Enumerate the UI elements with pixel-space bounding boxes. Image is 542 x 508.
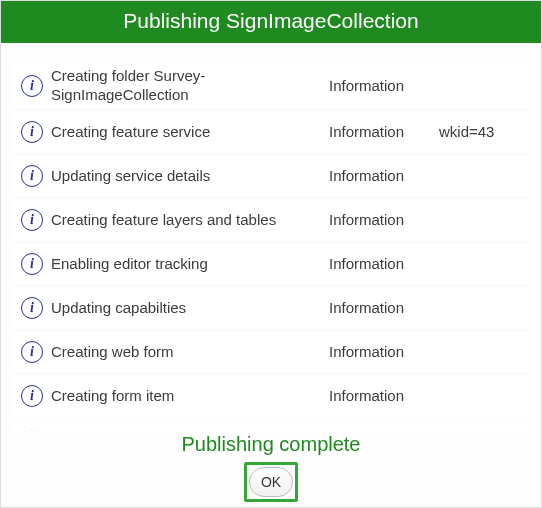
log-message: Creating web form [51,343,329,360]
log-message: Updating service details [51,167,329,184]
log-level: Information [329,123,439,140]
log-level: Information [329,299,439,316]
log-message: Creating form item [51,387,329,404]
log-extra: wkid=43 [439,123,529,140]
info-icon: i [21,75,43,97]
log-row: i Creating folder Survey-SignImageCollec… [13,63,529,111]
info-icon: i [21,253,43,275]
log-row: i Creating feature layers and tables Inf… [13,199,529,243]
log-icon-cell: i [13,385,51,407]
log-row: i Updating service details Information [13,155,529,199]
log-row: i Enabling editor tracking Information [13,243,529,287]
log-message: Creating folder Survey-SignImageCollecti… [51,67,329,105]
dialog-header: Publishing SignImageCollection [1,1,541,43]
log-level: Information [329,211,439,228]
log-level: Information [329,255,439,272]
log-icon-cell: i [13,209,51,231]
log-icon-cell: i [13,75,51,97]
log-level: Information [329,387,439,404]
log-icon-cell: i [13,253,51,275]
ok-button[interactable]: OK [249,467,293,497]
log-level: Information [329,343,439,360]
dialog-body: i Creating folder Survey-SignImageCollec… [1,43,541,507]
info-icon: i [21,297,43,319]
log-row: i Creating feature service Information w… [13,111,529,155]
log-icon-cell: i [13,429,51,434]
ok-button-highlight: OK [244,462,298,502]
log-level: Information [329,167,439,184]
log-level: Information [329,431,439,433]
log-icon-cell: i [13,165,51,187]
dialog-title: Publishing SignImageCollection [123,9,418,32]
info-icon: i [21,429,43,434]
log-list: i Creating folder Survey-SignImageCollec… [13,63,529,433]
log-icon-cell: i [13,297,51,319]
log-icon-cell: i [13,341,51,363]
info-icon: i [21,165,43,187]
log-row: i Creating web form Information [13,331,529,375]
log-message: Enabling editor tracking [51,255,329,272]
log-row: i Refreshing item information Informatio… [13,419,529,434]
info-icon: i [21,385,43,407]
log-row: i Creating form item Information [13,375,529,419]
publishing-dialog: Publishing SignImageCollection i Creatin… [0,0,542,508]
log-message: Refreshing item information [51,431,329,433]
log-icon-cell: i [13,121,51,143]
info-icon: i [21,341,43,363]
dialog-footer: Publishing complete OK [13,433,529,507]
log-message: Creating feature service [51,123,329,140]
status-text: Publishing complete [13,433,529,456]
log-level: Information [329,77,439,94]
log-message: Updating capabilties [51,299,329,316]
info-icon: i [21,121,43,143]
log-row: i Updating capabilties Information [13,287,529,331]
log-message: Creating feature layers and tables [51,211,329,228]
info-icon: i [21,209,43,231]
